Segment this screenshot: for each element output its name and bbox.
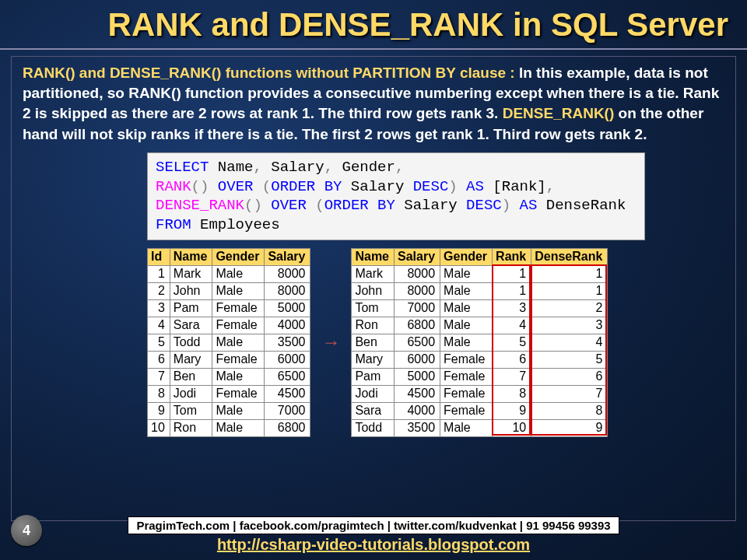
cell: 9: [148, 402, 170, 419]
cell: Jodi: [170, 385, 212, 402]
cell: Jodi: [352, 385, 395, 402]
cell: 2: [148, 282, 170, 299]
table-row: 3PamFemale5000: [148, 299, 310, 317]
sql-kw: DESC: [466, 197, 502, 214]
table-row: 1MarkMale8000: [148, 265, 310, 282]
th-name: Name: [352, 248, 395, 265]
cell: Male: [212, 334, 265, 351]
cell: 7: [148, 368, 170, 385]
sql-punc: ,: [324, 159, 333, 176]
cell: Todd: [352, 419, 395, 436]
sql-punc: (): [244, 197, 262, 214]
cell: 6000: [265, 351, 310, 368]
intro-paragraph: RANK() and DENSE_RANK() functions withou…: [23, 63, 724, 145]
cell: Mark: [170, 265, 212, 282]
table-row: 2JohnMale8000: [148, 282, 310, 299]
cell: 10: [493, 419, 531, 436]
cell: 6: [148, 351, 170, 368]
cell: 8000: [395, 265, 440, 282]
cell: 1: [493, 282, 531, 299]
sql-kw: ORDER BY: [324, 197, 395, 214]
sql-txt: Salary: [262, 159, 324, 176]
table-row: Ben6500Male54: [352, 334, 608, 351]
cell: 8000: [265, 282, 310, 299]
sql-kw: AS: [510, 197, 537, 214]
cell: Male: [212, 265, 265, 282]
cell: Male: [440, 265, 493, 282]
sql-txt: DenseRank: [537, 197, 626, 214]
sql-kw: SELECT: [156, 159, 209, 176]
cell: 4500: [265, 385, 310, 402]
cell: Tom: [170, 402, 212, 419]
arrow-icon: →: [321, 331, 340, 353]
sql-fn: RANK: [156, 178, 191, 195]
footer-url[interactable]: http://csharp-video-tutorials.blogspot.c…: [0, 536, 747, 554]
table-row: Jodi4500Female87: [352, 385, 608, 402]
cell: 3: [148, 299, 170, 317]
cell: Male: [440, 299, 493, 317]
table-row: Todd3500Male109: [352, 419, 608, 436]
cell: John: [352, 282, 395, 299]
cell: Mark: [352, 265, 395, 282]
result-wrap: Name Salary Gender Rank DenseRank Mark80…: [351, 248, 608, 437]
cell: 1: [531, 282, 608, 299]
table-row: Sara4000Female98: [352, 402, 608, 419]
cell: 4000: [265, 317, 310, 334]
cell: Ben: [170, 368, 212, 385]
cell: 8000: [395, 282, 440, 299]
table-row: Ron6800Male43: [352, 317, 608, 334]
cell: Male: [212, 419, 265, 436]
sql-txt: Employees: [191, 216, 280, 233]
cell: Female: [212, 299, 265, 317]
sql-code-block: SELECT Name, Salary, Gender, RANK() OVER…: [147, 152, 645, 240]
cell: 6500: [265, 368, 310, 385]
sql-punc: (: [262, 178, 271, 195]
table-row: Pam5000Female76: [352, 368, 608, 385]
source-table: Id Name Gender Salary 1MarkMale80002John…: [147, 248, 310, 437]
cell: Male: [212, 402, 265, 419]
cell: Sara: [352, 402, 395, 419]
cell: 3500: [265, 334, 310, 351]
sql-punc: ): [502, 197, 510, 214]
sql-kw: AS: [458, 178, 484, 195]
sql-txt: Name: [209, 159, 253, 176]
th-salary: Salary: [395, 248, 440, 265]
sql-punc: ): [448, 178, 457, 195]
sql-punc: ,: [395, 159, 404, 176]
cell: 3500: [395, 419, 440, 436]
sql-kw: FROM: [156, 216, 191, 233]
sql-kw: DESC: [413, 178, 449, 195]
cell: 6500: [395, 334, 440, 351]
cell: 9: [493, 402, 531, 419]
cell: 1: [531, 265, 608, 282]
table-row: John8000Male11: [352, 282, 608, 299]
cell: 8: [493, 385, 531, 402]
cell: 4: [148, 317, 170, 334]
cell: 8: [531, 402, 608, 419]
cell: Ben: [352, 334, 395, 351]
cell: Male: [440, 282, 493, 299]
cell: Male: [440, 334, 493, 351]
sql-kw: OVER: [209, 178, 261, 195]
cell: 5000: [395, 368, 440, 385]
sql-punc: (: [315, 197, 324, 214]
th-gender: Gender: [440, 248, 493, 265]
cell: Sara: [170, 317, 212, 334]
footer: PragimTech.com | facebook.com/pragimtech…: [0, 516, 747, 554]
cell: 9: [531, 419, 608, 436]
cell: 7: [493, 368, 531, 385]
cell: 1: [493, 265, 531, 282]
cell: John: [170, 282, 212, 299]
cell: 7: [531, 385, 608, 402]
sql-txt: Salary: [342, 178, 412, 195]
cell: Female: [212, 351, 265, 368]
sql-kw: OVER: [262, 197, 315, 214]
cell: Male: [440, 317, 493, 334]
th-name: Name: [170, 248, 212, 265]
cell: Female: [212, 317, 265, 334]
cell: Male: [212, 368, 265, 385]
cell: 3: [493, 299, 531, 317]
sql-punc: ,: [253, 159, 261, 176]
cell: 6: [493, 351, 531, 368]
cell: 5: [148, 334, 170, 351]
